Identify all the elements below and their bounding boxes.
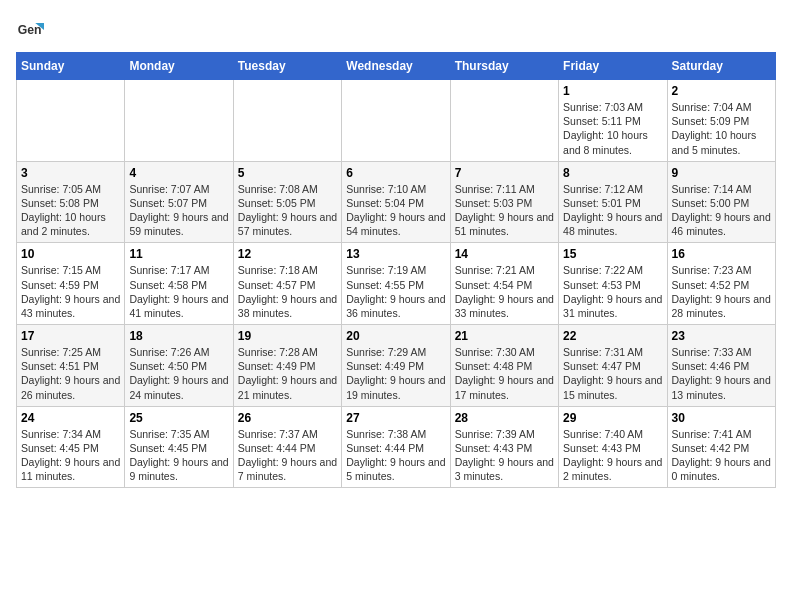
- calendar-week-row: 17Sunrise: 7:25 AMSunset: 4:51 PMDayligh…: [17, 325, 776, 407]
- calendar-cell: 6Sunrise: 7:10 AMSunset: 5:04 PMDaylight…: [342, 161, 450, 243]
- calendar-cell: 16Sunrise: 7:23 AMSunset: 4:52 PMDayligh…: [667, 243, 775, 325]
- day-number: 24: [21, 411, 120, 425]
- day-number: 9: [672, 166, 771, 180]
- weekday-header: Saturday: [667, 53, 775, 80]
- calendar-cell: 27Sunrise: 7:38 AMSunset: 4:44 PMDayligh…: [342, 406, 450, 488]
- day-info: Sunrise: 7:22 AMSunset: 4:53 PMDaylight:…: [563, 263, 662, 320]
- calendar-header-row: SundayMondayTuesdayWednesdayThursdayFrid…: [17, 53, 776, 80]
- day-number: 14: [455, 247, 554, 261]
- day-number: 29: [563, 411, 662, 425]
- day-info: Sunrise: 7:12 AMSunset: 5:01 PMDaylight:…: [563, 182, 662, 239]
- day-number: 26: [238, 411, 337, 425]
- calendar-cell: 21Sunrise: 7:30 AMSunset: 4:48 PMDayligh…: [450, 325, 558, 407]
- day-info: Sunrise: 7:17 AMSunset: 4:58 PMDaylight:…: [129, 263, 228, 320]
- day-info: Sunrise: 7:08 AMSunset: 5:05 PMDaylight:…: [238, 182, 337, 239]
- day-info: Sunrise: 7:25 AMSunset: 4:51 PMDaylight:…: [21, 345, 120, 402]
- page-header: Gen: [16, 16, 776, 44]
- day-info: Sunrise: 7:34 AMSunset: 4:45 PMDaylight:…: [21, 427, 120, 484]
- day-info: Sunrise: 7:26 AMSunset: 4:50 PMDaylight:…: [129, 345, 228, 402]
- calendar-cell: 12Sunrise: 7:18 AMSunset: 4:57 PMDayligh…: [233, 243, 341, 325]
- calendar: SundayMondayTuesdayWednesdayThursdayFrid…: [16, 52, 776, 488]
- day-number: 19: [238, 329, 337, 343]
- calendar-cell: 4Sunrise: 7:07 AMSunset: 5:07 PMDaylight…: [125, 161, 233, 243]
- day-number: 8: [563, 166, 662, 180]
- day-info: Sunrise: 7:30 AMSunset: 4:48 PMDaylight:…: [455, 345, 554, 402]
- day-number: 13: [346, 247, 445, 261]
- day-number: 10: [21, 247, 120, 261]
- day-info: Sunrise: 7:21 AMSunset: 4:54 PMDaylight:…: [455, 263, 554, 320]
- day-info: Sunrise: 7:40 AMSunset: 4:43 PMDaylight:…: [563, 427, 662, 484]
- logo: Gen: [16, 16, 48, 44]
- calendar-cell: 2Sunrise: 7:04 AMSunset: 5:09 PMDaylight…: [667, 80, 775, 162]
- calendar-week-row: 24Sunrise: 7:34 AMSunset: 4:45 PMDayligh…: [17, 406, 776, 488]
- day-info: Sunrise: 7:31 AMSunset: 4:47 PMDaylight:…: [563, 345, 662, 402]
- day-info: Sunrise: 7:05 AMSunset: 5:08 PMDaylight:…: [21, 182, 120, 239]
- day-info: Sunrise: 7:07 AMSunset: 5:07 PMDaylight:…: [129, 182, 228, 239]
- weekday-header: Tuesday: [233, 53, 341, 80]
- day-info: Sunrise: 7:15 AMSunset: 4:59 PMDaylight:…: [21, 263, 120, 320]
- day-info: Sunrise: 7:38 AMSunset: 4:44 PMDaylight:…: [346, 427, 445, 484]
- day-number: 5: [238, 166, 337, 180]
- day-info: Sunrise: 7:29 AMSunset: 4:49 PMDaylight:…: [346, 345, 445, 402]
- day-number: 16: [672, 247, 771, 261]
- day-number: 28: [455, 411, 554, 425]
- day-info: Sunrise: 7:28 AMSunset: 4:49 PMDaylight:…: [238, 345, 337, 402]
- day-number: 11: [129, 247, 228, 261]
- calendar-cell: 5Sunrise: 7:08 AMSunset: 5:05 PMDaylight…: [233, 161, 341, 243]
- day-number: 4: [129, 166, 228, 180]
- day-number: 6: [346, 166, 445, 180]
- day-info: Sunrise: 7:03 AMSunset: 5:11 PMDaylight:…: [563, 100, 662, 157]
- day-info: Sunrise: 7:41 AMSunset: 4:42 PMDaylight:…: [672, 427, 771, 484]
- day-number: 20: [346, 329, 445, 343]
- calendar-cell: 29Sunrise: 7:40 AMSunset: 4:43 PMDayligh…: [559, 406, 667, 488]
- calendar-cell: 7Sunrise: 7:11 AMSunset: 5:03 PMDaylight…: [450, 161, 558, 243]
- calendar-week-row: 3Sunrise: 7:05 AMSunset: 5:08 PMDaylight…: [17, 161, 776, 243]
- weekday-header: Thursday: [450, 53, 558, 80]
- day-number: 15: [563, 247, 662, 261]
- weekday-header: Sunday: [17, 53, 125, 80]
- weekday-header: Monday: [125, 53, 233, 80]
- calendar-cell: [17, 80, 125, 162]
- calendar-cell: 19Sunrise: 7:28 AMSunset: 4:49 PMDayligh…: [233, 325, 341, 407]
- calendar-cell: 17Sunrise: 7:25 AMSunset: 4:51 PMDayligh…: [17, 325, 125, 407]
- calendar-cell: 22Sunrise: 7:31 AMSunset: 4:47 PMDayligh…: [559, 325, 667, 407]
- calendar-cell: 25Sunrise: 7:35 AMSunset: 4:45 PMDayligh…: [125, 406, 233, 488]
- calendar-cell: 10Sunrise: 7:15 AMSunset: 4:59 PMDayligh…: [17, 243, 125, 325]
- day-number: 21: [455, 329, 554, 343]
- day-info: Sunrise: 7:18 AMSunset: 4:57 PMDaylight:…: [238, 263, 337, 320]
- day-number: 22: [563, 329, 662, 343]
- calendar-cell: 23Sunrise: 7:33 AMSunset: 4:46 PMDayligh…: [667, 325, 775, 407]
- calendar-cell: 15Sunrise: 7:22 AMSunset: 4:53 PMDayligh…: [559, 243, 667, 325]
- calendar-cell: 1Sunrise: 7:03 AMSunset: 5:11 PMDaylight…: [559, 80, 667, 162]
- calendar-cell: 3Sunrise: 7:05 AMSunset: 5:08 PMDaylight…: [17, 161, 125, 243]
- calendar-cell: 11Sunrise: 7:17 AMSunset: 4:58 PMDayligh…: [125, 243, 233, 325]
- day-info: Sunrise: 7:14 AMSunset: 5:00 PMDaylight:…: [672, 182, 771, 239]
- calendar-cell: [342, 80, 450, 162]
- calendar-cell: 26Sunrise: 7:37 AMSunset: 4:44 PMDayligh…: [233, 406, 341, 488]
- logo-icon: Gen: [16, 16, 44, 44]
- day-number: 1: [563, 84, 662, 98]
- calendar-cell: [233, 80, 341, 162]
- calendar-week-row: 1Sunrise: 7:03 AMSunset: 5:11 PMDaylight…: [17, 80, 776, 162]
- weekday-header: Friday: [559, 53, 667, 80]
- day-number: 2: [672, 84, 771, 98]
- day-number: 27: [346, 411, 445, 425]
- calendar-cell: 28Sunrise: 7:39 AMSunset: 4:43 PMDayligh…: [450, 406, 558, 488]
- day-info: Sunrise: 7:39 AMSunset: 4:43 PMDaylight:…: [455, 427, 554, 484]
- day-number: 25: [129, 411, 228, 425]
- calendar-cell: 30Sunrise: 7:41 AMSunset: 4:42 PMDayligh…: [667, 406, 775, 488]
- day-number: 17: [21, 329, 120, 343]
- day-number: 23: [672, 329, 771, 343]
- day-info: Sunrise: 7:10 AMSunset: 5:04 PMDaylight:…: [346, 182, 445, 239]
- calendar-cell: 9Sunrise: 7:14 AMSunset: 5:00 PMDaylight…: [667, 161, 775, 243]
- calendar-cell: 13Sunrise: 7:19 AMSunset: 4:55 PMDayligh…: [342, 243, 450, 325]
- calendar-cell: 20Sunrise: 7:29 AMSunset: 4:49 PMDayligh…: [342, 325, 450, 407]
- day-number: 7: [455, 166, 554, 180]
- day-info: Sunrise: 7:11 AMSunset: 5:03 PMDaylight:…: [455, 182, 554, 239]
- calendar-cell: 14Sunrise: 7:21 AMSunset: 4:54 PMDayligh…: [450, 243, 558, 325]
- day-number: 3: [21, 166, 120, 180]
- day-info: Sunrise: 7:33 AMSunset: 4:46 PMDaylight:…: [672, 345, 771, 402]
- calendar-week-row: 10Sunrise: 7:15 AMSunset: 4:59 PMDayligh…: [17, 243, 776, 325]
- day-info: Sunrise: 7:37 AMSunset: 4:44 PMDaylight:…: [238, 427, 337, 484]
- day-number: 12: [238, 247, 337, 261]
